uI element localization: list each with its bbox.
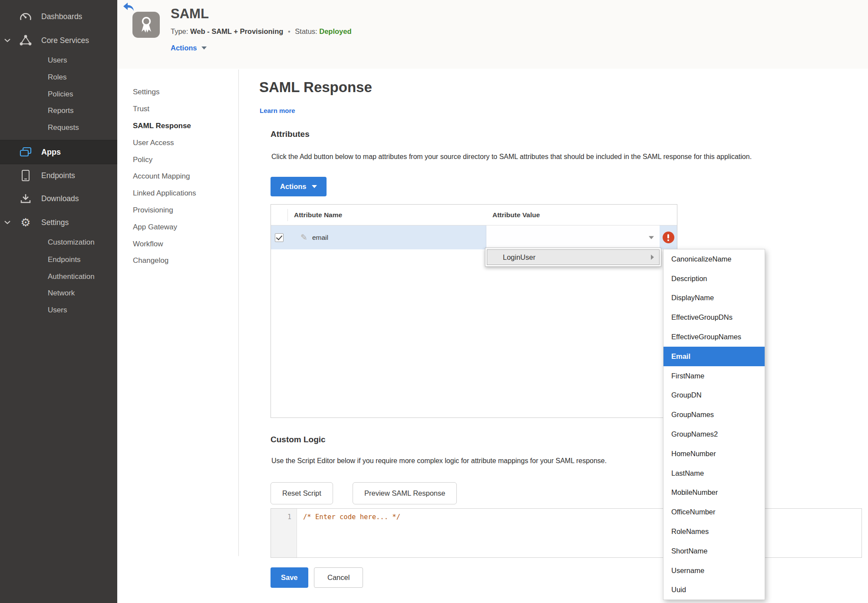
table-row[interactable]: ✎ email [271, 225, 677, 249]
sidebar-item-settings-endpoints[interactable]: Endpoints [48, 252, 113, 268]
sidebar-item-roles[interactable]: Roles [48, 70, 113, 85]
subnav-item-app-gateway[interactable]: App Gateway [133, 219, 237, 235]
editor-line-number: 1 [271, 509, 297, 557]
mobile-device-icon [18, 170, 33, 181]
submenu-item[interactable]: RoleNames [663, 522, 765, 541]
content-area: SAML Type: Web - SAML + Provisioning • S… [117, 0, 868, 603]
type-value: Web - SAML + Provisioning [190, 27, 283, 35]
network-nodes-icon [18, 35, 33, 46]
subnav-item-account-mapping[interactable]: Account Mapping [133, 168, 237, 185]
app-meta: Type: Web - SAML + Provisioning • Status… [171, 27, 352, 36]
sidebar-item-endpoints[interactable]: Endpoints [0, 167, 117, 184]
sidebar-item-network[interactable]: Network [48, 285, 113, 301]
attributes-table: Attribute Name Attribute Value ✎ email [271, 204, 677, 418]
caret-down-icon [201, 46, 207, 50]
attributes-actions-button[interactable]: Actions [271, 177, 327, 196]
attribute-name-column-header: Attribute Name [288, 211, 486, 219]
submenu-item[interactable]: ShortName [663, 541, 765, 561]
sidebar-item-settings[interactable]: ⚙ Settings [0, 214, 117, 231]
sidebar-item-customization[interactable]: Customization [48, 235, 113, 250]
submenu-item[interactable]: DisplayName [663, 288, 765, 308]
row-checkbox[interactable] [275, 233, 284, 242]
menu-item-label: LoginUser [503, 253, 535, 262]
row-error-cell [660, 225, 677, 249]
chevron-down-icon[interactable] [4, 221, 10, 225]
sidebar-item-dashboards[interactable]: Dashboards [0, 8, 117, 25]
sidebar-item-requests[interactable]: Requests [48, 120, 113, 136]
subnav-item-workflow[interactable]: Workflow [133, 235, 237, 252]
learn-more-link[interactable]: Learn more [260, 107, 295, 114]
header-actions-label: Actions [171, 44, 197, 52]
download-icon [18, 193, 33, 204]
subnav-item-settings[interactable]: Settings [133, 84, 237, 101]
submenu-item[interactable]: FirstName [663, 366, 765, 386]
status-badge: Deployed [319, 27, 351, 35]
sidebar-item-users[interactable]: Users [48, 53, 113, 68]
save-button[interactable]: Save [271, 567, 308, 588]
attributes-description: Click the Add button below to map attrib… [271, 153, 853, 161]
cancel-button[interactable]: Cancel [314, 567, 363, 588]
stacked-windows-icon [18, 147, 33, 157]
sidebar-item-label: Downloads [41, 194, 79, 203]
editor-code[interactable]: /* Enter code here... */ [297, 509, 406, 557]
subnav-item-changelog[interactable]: Changelog [133, 252, 237, 269]
sidebar-item-label: Apps [41, 148, 61, 157]
sidebar-item-policies[interactable]: Policies [48, 86, 113, 102]
sidebar-item-reports[interactable]: Reports [48, 103, 113, 119]
sidebar-item-settings-users[interactable]: Users [48, 302, 113, 318]
chevron-down-icon[interactable] [4, 39, 10, 43]
subnav-item-provisioning[interactable]: Provisioning [133, 202, 237, 219]
sidebar-item-apps[interactable]: Apps [0, 140, 117, 164]
type-label: Type: [171, 27, 188, 35]
submenu-item[interactable]: Uuid [663, 580, 765, 600]
back-arrow-icon[interactable] [123, 2, 134, 13]
submenu-item[interactable]: Username [663, 561, 765, 580]
submenu-item[interactable]: GroupDN [663, 386, 765, 405]
submenu-item[interactable]: GroupNames [663, 405, 765, 424]
header-actions-menu[interactable]: Actions [171, 44, 207, 52]
app-title: SAML [171, 6, 209, 22]
caret-right-icon [651, 255, 654, 260]
custom-logic-heading: Custom Logic [271, 435, 326, 444]
submenu-item-selected[interactable]: Email [663, 347, 765, 366]
submenu-item[interactable]: CanonicalizeName [663, 249, 765, 269]
menu-item-loginuser[interactable]: LoginUser [487, 249, 660, 265]
attribute-value-dropdown[interactable] [486, 225, 660, 249]
submenu-item[interactable]: Description [663, 269, 765, 288]
preview-saml-response-button[interactable]: Preview SAML Response [353, 482, 457, 504]
subnav-item-linked-applications[interactable]: Linked Applications [133, 185, 237, 202]
status-label: Status: [295, 27, 317, 35]
subnav-item-saml-response[interactable]: SAML Response [133, 118, 237, 135]
subnav-item-policy[interactable]: Policy [133, 151, 237, 168]
error-exclamation-icon [663, 232, 674, 243]
row-checkbox-cell [271, 225, 287, 249]
attribute-source-menu: LoginUser [485, 248, 661, 267]
pencil-icon[interactable]: ✎ [300, 232, 307, 242]
caret-down-icon [649, 236, 654, 239]
page: Dashboards Core Services Users Roles Pol… [0, 0, 868, 603]
subnav-item-user-access[interactable]: User Access [133, 134, 237, 151]
submenu-item[interactable]: LastName [663, 464, 765, 483]
submenu-item[interactable]: HomeNumber [663, 444, 765, 464]
submenu-item[interactable]: GroupNames2 [663, 424, 765, 444]
vertical-divider [238, 70, 239, 556]
script-editor[interactable]: 1 /* Enter code here... */ [271, 508, 862, 558]
caret-down-icon [312, 185, 317, 188]
reset-script-button[interactable]: Reset Script [271, 482, 333, 504]
subnav-item-trust[interactable]: Trust [133, 101, 237, 118]
sidebar-item-downloads[interactable]: Downloads [0, 190, 117, 207]
checkmark-icon [276, 233, 283, 240]
sidebar-item-label: Dashboards [41, 12, 82, 21]
sidebar-item-authentication[interactable]: Authentication [48, 269, 113, 285]
sidebar-item-label: Endpoints [41, 171, 75, 180]
sidebar-item-core-services[interactable]: Core Services [0, 32, 117, 49]
gear-icon: ⚙ [18, 217, 33, 228]
submenu-item[interactable]: EffectiveGroupDNs [663, 308, 765, 327]
submenu-item[interactable]: MobileNumber [663, 483, 765, 503]
award-ribbon-icon [132, 12, 160, 38]
submenu-item[interactable]: OfficeNumber [663, 502, 765, 522]
attribute-name-value: email [312, 234, 328, 242]
attribute-value-column-header: Attribute Value [486, 211, 677, 219]
sidebar-item-label: Settings [41, 218, 69, 227]
submenu-item[interactable]: EffectiveGroupNames [663, 327, 765, 347]
